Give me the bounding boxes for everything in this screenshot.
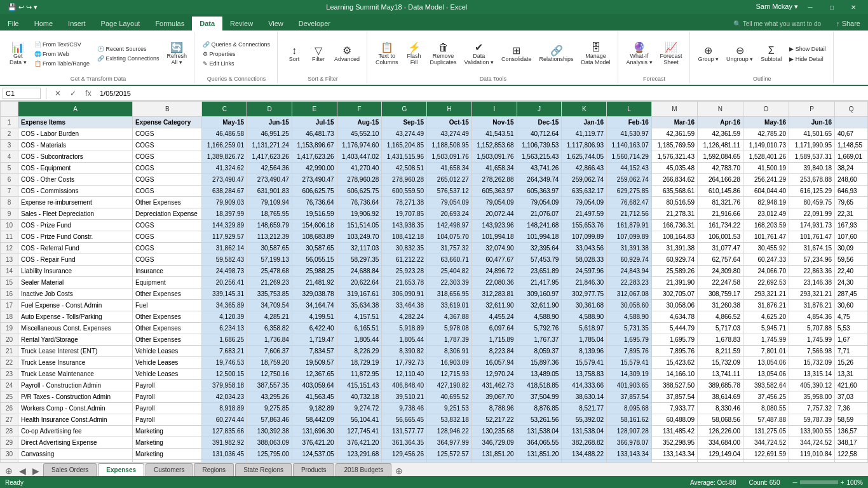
cell-col9-row16[interactable]: 312,283.81 xyxy=(471,288,517,300)
cell-col13-row20[interactable]: 1,695.79 xyxy=(651,334,697,346)
sheet-tab-products[interactable]: Products xyxy=(293,463,334,476)
cell-a5[interactable]: COS - Equipment xyxy=(18,163,133,174)
cell-col5-row22[interactable]: 19,509.57 xyxy=(292,357,337,369)
cell-col15-row11[interactable]: 101,761.47 xyxy=(743,231,789,243)
cell-col15-row28[interactable]: 131,275.05 xyxy=(743,426,789,437)
cell-col9-row18[interactable]: 4,455.24 xyxy=(471,311,517,323)
cell-col10-row29[interactable]: 364,065.55 xyxy=(517,437,562,449)
cell-a10[interactable]: COS - Prize Fund xyxy=(18,220,133,231)
cell-b10[interactable]: COGS xyxy=(133,220,202,231)
row-num-24[interactable]: 24 xyxy=(1,380,18,391)
row-num-5[interactable]: 5 xyxy=(1,163,18,174)
cell-col14-row11[interactable]: 106,001.53 xyxy=(697,231,743,243)
properties-button[interactable]: ⚙ Properties xyxy=(200,50,273,58)
cell-col16-row4[interactable]: 1,589,537.31 xyxy=(789,151,835,163)
cell-col15-row5[interactable]: 41,500.19 xyxy=(743,163,789,174)
row-num-6[interactable]: 6 xyxy=(1,174,18,186)
cell-col15-row8[interactable]: 82,948.19 xyxy=(743,197,789,208)
row-num-13[interactable]: 13 xyxy=(1,254,18,266)
cell-col10-row31[interactable]: 10,148.13 xyxy=(517,460,562,463)
cell-col14-row26[interactable]: 8,330.46 xyxy=(697,403,743,414)
cell-col6-row30[interactable]: 123,291.68 xyxy=(337,449,382,460)
hide-detail-button[interactable]: ▶ Hide Detail xyxy=(786,55,829,64)
cell-col8-row13[interactable]: 63,660.71 xyxy=(427,254,472,266)
cell-col9-row25[interactable]: 39,067.70 xyxy=(471,391,517,403)
cell-col4-row13[interactable]: 57,199.13 xyxy=(247,254,292,266)
cell-col5-row30[interactable]: 124,537.05 xyxy=(292,449,337,460)
cell-col13-row17[interactable]: 30,058.06 xyxy=(651,300,697,311)
cell-col12-row17[interactable]: 30,058.60 xyxy=(607,300,652,311)
cell-col3-row17[interactable]: 34,365.89 xyxy=(202,300,247,311)
cell-q31[interactable]: 10,75 xyxy=(835,460,868,463)
cell-n1[interactable]: Apr-16 xyxy=(697,117,743,128)
forecast-sheet-button[interactable]: 📈 ForecastSheet xyxy=(657,41,686,67)
cell-a25[interactable]: P/R Taxes - Construction Admin xyxy=(18,391,133,403)
cell-col13-row31[interactable]: 10,446.41 xyxy=(651,460,697,463)
cell-a11[interactable]: COS - Prize Fund Constr. xyxy=(18,231,133,243)
confirm-formula-icon[interactable]: ✓ xyxy=(67,89,79,98)
cell-l1[interactable]: Feb-16 xyxy=(607,117,652,128)
cell-reference-box[interactable] xyxy=(3,88,41,99)
cell-col10-row10[interactable]: 148,241.68 xyxy=(517,220,562,231)
cell-q25[interactable]: 37,03 xyxy=(835,391,868,403)
cell-col5-row16[interactable]: 329,038.78 xyxy=(292,288,337,300)
cell-col5-row27[interactable]: 58,442.09 xyxy=(292,414,337,426)
cell-col4-row21[interactable]: 7,606.37 xyxy=(247,346,292,357)
cell-col15-row9[interactable]: 23,012.49 xyxy=(743,208,789,220)
cell-b24[interactable]: Payroll xyxy=(133,380,202,391)
cell-col10-row20[interactable]: 1,767.37 xyxy=(517,334,562,346)
cell-col9-row6[interactable]: 278,262.88 xyxy=(471,174,517,186)
cell-col9-row14[interactable]: 24,896.72 xyxy=(471,266,517,277)
cell-col10-row9[interactable]: 21,076.07 xyxy=(517,208,562,220)
cell-a13[interactable]: COS - Repair Fund xyxy=(18,254,133,266)
cell-col15-row15[interactable]: 22,692.53 xyxy=(743,277,789,288)
cell-b7[interactable]: COGS xyxy=(133,186,202,197)
cell-q6[interactable]: 248,60 xyxy=(835,174,868,186)
cell-col5-row29[interactable]: 376,421.20 xyxy=(292,437,337,449)
cell-col10-row13[interactable]: 57,453.79 xyxy=(517,254,562,266)
row-num-26[interactable]: 26 xyxy=(1,403,18,414)
cell-col3-row10[interactable]: 144,329.89 xyxy=(202,220,247,231)
cell-col6-row25[interactable]: 40,732.18 xyxy=(337,391,382,403)
cell-col15-row24[interactable]: 393,582.64 xyxy=(743,380,789,391)
cell-col14-row17[interactable]: 31,260.38 xyxy=(697,300,743,311)
from-text-csv-button[interactable]: 📄 From Text/CSV xyxy=(31,40,93,49)
flash-fill-button[interactable]: ⚡ FlashFill xyxy=(403,41,426,67)
cell-col7-row8[interactable]: 78,271.38 xyxy=(382,197,427,208)
cell-col6-row7[interactable]: 606,625.75 xyxy=(337,186,382,197)
cell-col12-row19[interactable]: 5,731.35 xyxy=(607,323,652,334)
cell-col12-row4[interactable]: 1,560,714.29 xyxy=(607,151,652,163)
cell-col12-row25[interactable]: 37,857.54 xyxy=(607,391,652,403)
cell-col10-row15[interactable]: 21,417.95 xyxy=(517,277,562,288)
row-num-3[interactable]: 3 xyxy=(1,140,18,151)
cell-col4-row30[interactable]: 125,795.00 xyxy=(247,449,292,460)
cell-q2[interactable]: 40,67 xyxy=(835,128,868,140)
cell-col14-row12[interactable]: 31,077.47 xyxy=(697,243,743,254)
cell-col13-row29[interactable]: 352,298.95 xyxy=(651,437,697,449)
cell-col9-row17[interactable]: 32,611.90 xyxy=(471,300,517,311)
cell-q27[interactable]: 58,59 xyxy=(835,414,868,426)
cell-q12[interactable]: 30,09 xyxy=(835,243,868,254)
cell-a31[interactable]: Home Show Branch Directed xyxy=(18,460,133,463)
col-header-c[interactable]: C xyxy=(202,102,247,117)
cell-col3-row22[interactable]: 19,746.53 xyxy=(202,357,247,369)
cell-col10-row17[interactable]: 32,611.90 xyxy=(517,300,562,311)
row-num-1[interactable]: 1 xyxy=(1,117,18,128)
cell-col11-row10[interactable]: 155,653.76 xyxy=(562,220,607,231)
cell-col6-row17[interactable]: 35,634.38 xyxy=(337,300,382,311)
cell-col11-row7[interactable]: 635,632.17 xyxy=(562,186,607,197)
cell-col11-row20[interactable]: 1,785.04 xyxy=(562,334,607,346)
cell-col13-row8[interactable]: 80,516.59 xyxy=(651,197,697,208)
cell-col11-row31[interactable]: 9,945.17 xyxy=(562,460,607,463)
cell-col9-row19[interactable]: 6,097.64 xyxy=(471,323,517,334)
col-header-j[interactable]: J xyxy=(517,102,562,117)
cell-col7-row24[interactable]: 406,848.40 xyxy=(382,380,427,391)
cell-col3-row29[interactable]: 391,982.92 xyxy=(202,437,247,449)
tab-developer[interactable]: Developer xyxy=(291,17,338,30)
cell-b21[interactable]: Vehicle Leases xyxy=(133,346,202,357)
group-button[interactable]: ⊕ Group ▾ xyxy=(695,44,722,64)
cell-col14-row23[interactable]: 13,741.11 xyxy=(697,369,743,380)
cell-col12-row24[interactable]: 401,903.65 xyxy=(607,380,652,391)
cell-col16-row29[interactable]: 344,724.52 xyxy=(789,437,835,449)
cell-col11-row13[interactable]: 58,028.33 xyxy=(562,254,607,266)
